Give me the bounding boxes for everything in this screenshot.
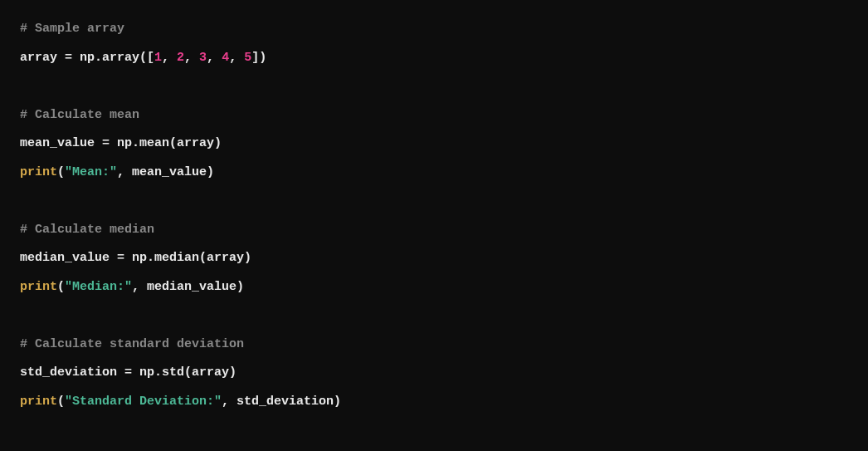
- code-token-default: (: [57, 395, 65, 409]
- code-token-number: 1: [154, 51, 162, 65]
- code-token-default: ,: [184, 51, 199, 65]
- code-line: array = np.array([1, 2, 3, 4, 5]): [20, 44, 848, 73]
- code-line: print("Mean:", mean_value): [20, 159, 848, 188]
- code-line: # Calculate median: [20, 216, 848, 245]
- code-token-builtin: print: [20, 280, 57, 294]
- code-token-default: ,: [162, 51, 177, 65]
- code-line: median_value = np.median(array): [20, 244, 848, 273]
- code-line: print("Median:", median_value): [20, 273, 848, 302]
- code-token-number: 3: [199, 51, 207, 65]
- code-token-default: (: [57, 280, 65, 294]
- code-token-number: 5: [244, 51, 251, 65]
- code-comment: # Calculate mean: [20, 108, 139, 122]
- code-token-string: "Mean:": [65, 165, 117, 179]
- code-line: [20, 301, 848, 331]
- code-line: print("Standard Deviation:", std_deviati…: [20, 388, 848, 417]
- code-token-default: ]): [251, 51, 266, 65]
- code-line: # Sample array: [20, 15, 848, 44]
- code-token-default: , mean_value): [117, 165, 214, 179]
- code-line: # Calculate mean: [20, 101, 848, 130]
- code-line: [20, 72, 848, 101]
- code-token-builtin: print: [20, 165, 57, 179]
- code-token-default: ,: [229, 51, 244, 65]
- code-token-default: median_value = np.median(array): [20, 251, 251, 265]
- code-line: std_deviation = np.std(array): [20, 359, 848, 388]
- code-token-default: , median_value): [132, 280, 244, 294]
- code-block: # Sample arrayarray = np.array([1, 2, 3,…: [20, 15, 848, 416]
- code-token-number: 2: [177, 51, 184, 65]
- code-token-default: mean_value = np.mean(array): [20, 136, 222, 150]
- code-token-string: "Median:": [65, 280, 132, 294]
- code-token-default: ,: [207, 51, 222, 65]
- code-line: mean_value = np.mean(array): [20, 130, 848, 159]
- code-token-builtin: print: [20, 395, 57, 409]
- code-token-default: (: [57, 165, 65, 179]
- code-comment: # Calculate standard deviation: [20, 337, 244, 351]
- code-token-string: "Standard Deviation:": [65, 395, 222, 409]
- code-token-default: std_deviation = np.std(array): [20, 365, 237, 380]
- code-comment: # Calculate median: [20, 223, 154, 237]
- code-token-number: 4: [222, 51, 229, 65]
- code-token-default: , std_deviation): [222, 395, 341, 409]
- code-token-default: array = np.array([: [20, 51, 154, 65]
- code-line: [20, 187, 848, 216]
- code-line: # Calculate standard deviation: [20, 331, 848, 360]
- code-comment: # Sample array: [20, 22, 124, 36]
